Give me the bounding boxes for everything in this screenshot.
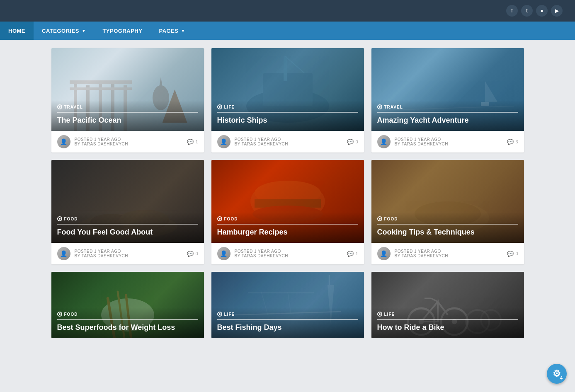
category-dot-icon [217, 216, 222, 221]
avatar-placeholder: 👤 [377, 135, 391, 148]
nav-typography[interactable]: TYPOGRAPHY [94, 22, 150, 40]
avatar-placeholder: 👤 [217, 247, 230, 260]
post-meta: 👤 POSTED 1 YEAR AGO BY TARAS DASHKEVYCH [57, 247, 129, 260]
post-comments: 💬 0 [507, 251, 518, 257]
post-footer: 👤 POSTED 1 YEAR AGO BY TARAS DASHKEVYCH … [371, 243, 524, 264]
post-category: TRAVEL [377, 104, 518, 109]
post-category: LIFE [217, 312, 358, 317]
post-title: How to Ride a Bike [377, 319, 518, 332]
post-author: BY TARAS DASHKEVYCH [235, 254, 289, 258]
post-date: POSTED 1 YEAR AGO [395, 249, 449, 254]
avatar-placeholder: 👤 [377, 247, 391, 260]
pages-chevron-icon: ▼ [181, 29, 185, 33]
post-comments: 💬 3 [507, 139, 518, 145]
category-dot-icon [377, 312, 382, 317]
post-comments: 💬 0 [347, 139, 358, 145]
post-author: BY TARAS DASHKEVYCH [235, 142, 289, 146]
post-title: Amazing Yacht Adventure [377, 112, 518, 125]
svg-rect-11 [284, 56, 287, 81]
post-footer: 👤 POSTED 1 YEAR AGO BY TARAS DASHKEVYCH … [51, 243, 204, 264]
post-info: POSTED 1 YEAR AGO BY TARAS DASHKEVYCH [235, 137, 289, 146]
comment-icon: 💬 [347, 139, 354, 145]
post-title: Food You Feel Good About [57, 224, 198, 237]
comment-count: 0 [355, 139, 358, 144]
post-card[interactable]: FOOD Best Superfoods for Weight Loss [51, 272, 204, 338]
comment-icon: 💬 [187, 139, 194, 145]
post-card[interactable]: FOOD Cooking Tips & Techniques 👤 POSTED … [371, 160, 524, 264]
post-category: FOOD [217, 216, 358, 221]
post-footer: 👤 POSTED 1 YEAR AGO BY TARAS DASHKEVYCH … [371, 131, 524, 152]
post-card[interactable]: TRAVEL Amazing Yacht Adventure 👤 POSTED … [371, 48, 524, 152]
post-card[interactable]: LIFE Best Fishing Days [211, 272, 364, 338]
post-meta: 👤 POSTED 1 YEAR AGO BY TARAS DASHKEVYCH [57, 135, 129, 148]
avatar: 👤 [377, 135, 391, 148]
instagram-icon[interactable]: ● [536, 5, 548, 17]
avatar-placeholder: 👤 [57, 247, 70, 260]
post-card[interactable]: TRAVEL The Pacific Ocean 👤 POSTED 1 YEAR… [51, 48, 204, 152]
post-card[interactable]: LIFE How to Ride a Bike [371, 272, 524, 338]
post-overlay: FOOD Food You Feel Good About [51, 212, 204, 243]
post-image: TRAVEL Amazing Yacht Adventure [371, 48, 524, 131]
post-footer: 👤 POSTED 1 YEAR AGO BY TARAS DASHKEVYCH … [211, 131, 364, 152]
twitter-icon[interactable]: t [521, 5, 533, 17]
avatar-placeholder: 👤 [57, 135, 70, 148]
svg-marker-8 [159, 77, 163, 90]
post-meta: 👤 POSTED 1 YEAR AGO BY TARAS DASHKEVYCH [217, 135, 289, 148]
category-dot-icon [377, 104, 382, 109]
categories-chevron-icon: ▼ [82, 29, 86, 33]
post-title: Historic Ships [217, 112, 358, 125]
comment-icon: 💬 [187, 251, 194, 257]
avatar: 👤 [217, 135, 230, 148]
post-title: Cooking Tips & Techniques [377, 224, 518, 237]
post-image: LIFE Best Fishing Days [211, 272, 364, 338]
nav-pages[interactable]: PAGES ▼ [150, 22, 193, 40]
post-footer: 👤 POSTED 1 YEAR AGO BY TARAS DASHKEVYCH … [211, 243, 364, 264]
post-date: POSTED 1 YEAR AGO [235, 249, 289, 254]
post-image: FOOD Food You Feel Good About [51, 160, 204, 243]
category-dot-icon [217, 104, 222, 109]
post-date: POSTED 1 YEAR AGO [75, 249, 129, 254]
post-card[interactable]: LIFE Historic Ships 👤 POSTED 1 YEAR AGO … [211, 48, 364, 152]
category-dot-icon [217, 312, 222, 317]
post-author: BY TARAS DASHKEVYCH [395, 254, 449, 258]
comment-count: 3 [515, 139, 518, 144]
youtube-icon[interactable]: ▶ [551, 5, 563, 17]
post-author: BY TARAS DASHKEVYCH [75, 142, 129, 146]
comment-count: 0 [515, 251, 518, 256]
post-overlay: LIFE How to Ride a Bike [371, 307, 524, 338]
nav-home[interactable]: HOME [0, 22, 34, 40]
post-meta: 👤 POSTED 1 YEAR AGO BY TARAS DASHKEVYCH [377, 247, 449, 260]
post-author: BY TARAS DASHKEVYCH [395, 142, 449, 146]
svg-rect-5 [70, 80, 132, 84]
post-card[interactable]: FOOD Food You Feel Good About 👤 POSTED 1… [51, 160, 204, 264]
post-info: POSTED 1 YEAR AGO BY TARAS DASHKEVYCH [395, 137, 449, 146]
post-category: LIFE [217, 104, 358, 109]
category-dot-icon [377, 216, 382, 221]
post-title: Hamburger Recipes [217, 224, 358, 237]
avatar: 👤 [377, 247, 391, 260]
post-comments: 💬 0 [187, 251, 198, 257]
comment-count: 1 [355, 251, 358, 256]
category-dot-icon [57, 312, 62, 317]
post-date: POSTED 1 YEAR AGO [75, 137, 129, 142]
avatar: 👤 [217, 247, 230, 260]
post-info: POSTED 1 YEAR AGO BY TARAS DASHKEVYCH [75, 249, 129, 258]
comment-icon: 💬 [347, 251, 354, 257]
nav-categories[interactable]: CATEGORIES ▼ [34, 22, 94, 40]
facebook-icon[interactable]: f [506, 5, 518, 17]
post-image: LIFE How to Ride a Bike [371, 272, 524, 338]
avatar-placeholder: 👤 [217, 135, 230, 148]
post-overlay: FOOD Cooking Tips & Techniques [371, 212, 524, 243]
comment-icon: 💬 [507, 139, 514, 145]
post-overlay: TRAVEL The Pacific Ocean [51, 100, 204, 131]
post-comments: 💬 1 [347, 251, 358, 257]
posts-grid: TRAVEL The Pacific Ocean 👤 POSTED 1 YEAR… [51, 48, 524, 338]
svg-rect-6 [70, 87, 132, 90]
post-overlay: FOOD Best Superfoods for Weight Loss [51, 307, 204, 338]
post-meta: 👤 POSTED 1 YEAR AGO BY TARAS DASHKEVYCH [217, 247, 289, 260]
post-category: LIFE [377, 312, 518, 317]
post-overlay: LIFE Best Fishing Days [211, 307, 364, 338]
post-overlay: TRAVEL Amazing Yacht Adventure [371, 100, 524, 131]
social-icons: f t ● ▶ [506, 5, 563, 17]
post-card[interactable]: FOOD Hamburger Recipes 👤 POSTED 1 YEAR A… [211, 160, 364, 264]
